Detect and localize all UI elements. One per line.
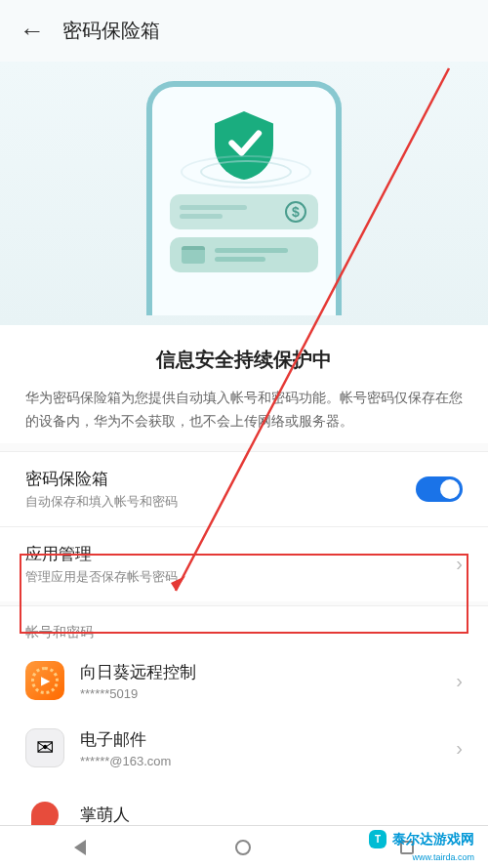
watermark: T 泰尔达游戏网 <box>369 830 474 848</box>
app-manage-row[interactable]: 应用管理 管理应用是否保存帐号密码 › <box>0 526 488 601</box>
settings-list: 密码保险箱 自动保存和填入帐号和密码 应用管理 管理应用是否保存帐号密码 › <box>0 451 488 601</box>
account-name: 电子邮件 <box>80 728 440 751</box>
info-title: 信息安全持续保护中 <box>25 347 463 373</box>
account-row[interactable]: ✉ 电子邮件 ******@163.com › <box>0 715 488 782</box>
watermark-site: 泰尔达游戏网 <box>392 831 474 848</box>
dollar-icon: $ <box>285 201 306 223</box>
nav-back-icon[interactable] <box>74 840 86 855</box>
vault-toggle-row[interactable]: 密码保险箱 自动保存和填入帐号和密码 <box>0 451 488 526</box>
watermark-badge: T <box>369 830 386 848</box>
vault-subtitle: 自动保存和填入帐号和密码 <box>25 493 402 511</box>
mail-app-icon: ✉ <box>25 728 64 767</box>
chevron-right-icon: › <box>456 670 463 692</box>
hero-illustration: $ <box>0 62 488 325</box>
ripple-graphic <box>185 150 303 189</box>
header-bar: ← 密码保险箱 <box>0 0 488 62</box>
page-title: 密码保险箱 <box>62 18 160 44</box>
account-detail: ******@163.com <box>80 754 440 768</box>
accounts-section-label: 帐号和密码 <box>0 605 488 647</box>
account-detail: ******5019 <box>80 686 440 701</box>
payment-card-graphic <box>170 237 318 272</box>
watermark-url: www.tairda.com <box>412 852 474 862</box>
vault-toggle[interactable] <box>416 476 463 502</box>
chevron-right-icon: › <box>456 737 463 760</box>
info-section: 信息安全持续保护中 华为密码保险箱为您提供自动填入帐号和密码功能。帐号密码仅保存… <box>0 325 488 443</box>
account-row[interactable]: 向日葵远程控制 ******5019 › <box>0 647 488 715</box>
account-name: 掌萌人 <box>80 804 463 826</box>
chevron-right-icon: › <box>456 553 463 575</box>
phone-outline-graphic: $ <box>146 81 342 315</box>
info-description: 华为密码保险箱为您提供自动填入帐号和密码功能。帐号密码仅保存在您的设备内，华为不… <box>25 387 463 434</box>
vault-title: 密码保险箱 <box>25 468 402 490</box>
card-icon <box>182 246 205 264</box>
credential-card-graphic: $ <box>170 194 318 229</box>
sunflower-app-icon <box>25 661 64 700</box>
screen: ← 密码保险箱 $ 信息安全持续保护中 华为密码保险箱为您提供自动填入帐号和密码… <box>0 0 488 868</box>
nav-home-icon[interactable] <box>235 840 251 855</box>
app-manage-subtitle: 管理应用是否保存帐号密码 <box>25 568 442 586</box>
account-name: 向日葵远程控制 <box>80 661 440 683</box>
app-manage-title: 应用管理 <box>25 543 442 565</box>
back-icon[interactable]: ← <box>20 16 45 46</box>
